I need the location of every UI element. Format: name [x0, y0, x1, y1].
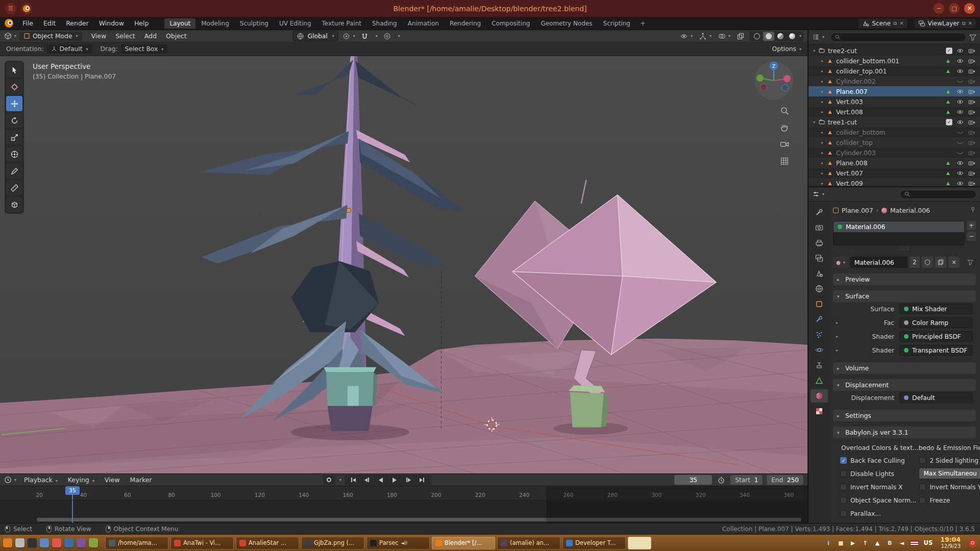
outliner-row-cylinder-003[interactable]: ▸▲Cylinder.003 — [808, 147, 980, 158]
new-scene-icon[interactable]: ⧉ — [893, 20, 897, 27]
disclosure-icon[interactable]: ▸ — [819, 59, 826, 63]
physics-tab[interactable] — [811, 343, 828, 357]
menu-window[interactable]: Window — [94, 18, 129, 28]
modifiers-tab[interactable] — [811, 313, 828, 326]
bluetooth-icon[interactable]: B — [886, 540, 894, 546]
material-name-field[interactable]: Material.006 — [850, 257, 908, 268]
camera-icon[interactable] — [967, 48, 976, 54]
material-tab[interactable] — [811, 389, 828, 403]
eye-icon[interactable] — [955, 99, 964, 105]
show-desktop-icon[interactable] — [15, 538, 24, 547]
workspace-tab-animation[interactable]: Animation — [403, 18, 444, 29]
menu-edit[interactable]: Edit — [39, 18, 60, 28]
new-material-icon[interactable] — [935, 257, 946, 268]
output-tab[interactable] — [811, 236, 828, 249]
taskbar-window-home-ama[interactable]: /home/ama... — [105, 537, 168, 549]
modifier-icon[interactable]: ▲ — [944, 68, 952, 73]
scene-tab[interactable] — [811, 267, 828, 280]
blender-logo-icon[interactable] — [4, 18, 14, 28]
transform-orientation-dropdown[interactable]: Global▾ — [293, 31, 338, 41]
fac-value[interactable]: Color Ramp — [899, 317, 973, 328]
exclude-checkbox[interactable]: ✓ — [946, 119, 952, 126]
play-reverse-button[interactable] — [375, 475, 387, 485]
current-frame-field[interactable]: 35 — [674, 475, 712, 485]
modifier-icon[interactable]: ▲ — [944, 99, 952, 104]
modifier-icon[interactable]: ▲ — [944, 58, 952, 63]
tool-tab[interactable] — [811, 206, 828, 219]
expand-icon[interactable]: ▸ — [833, 334, 841, 339]
proportional-falloff-dropdown[interactable]: ▾ — [396, 33, 402, 39]
workspace-tab-sculpting[interactable]: Sculpting — [235, 18, 274, 29]
shading-wireframe-button[interactable] — [751, 32, 763, 41]
taskbar-window-anatwi-vi[interactable]: AnaTwi - Vi... — [170, 537, 234, 549]
outliner-row-collider-top-001[interactable]: ▸▲collider_top.001▲ — [808, 66, 980, 76]
outliner-row-cylinder-002[interactable]: ▸▲Cylinder.002 — [808, 76, 980, 86]
annotate-tool[interactable] — [6, 163, 22, 179]
add-cube-tool[interactable] — [6, 197, 22, 212]
outliner-row-collider-top[interactable]: ▸▲collider_top — [808, 137, 980, 147]
camera-icon[interactable] — [967, 170, 976, 176]
search-input[interactable] — [843, 34, 962, 41]
particles-tab[interactable] — [811, 328, 828, 341]
updates-icon[interactable]: ↑ — [861, 540, 870, 546]
window-menu-icon[interactable]: ☰ — [5, 3, 16, 14]
workspace-tab-modeling[interactable]: Modeling — [196, 18, 234, 29]
eye-icon[interactable] — [955, 109, 964, 115]
invert-normals-y-checkbox[interactable]: Invert Normals Y — [919, 482, 980, 492]
jump-to-end-button[interactable] — [416, 475, 429, 485]
eye-icon[interactable] — [955, 48, 964, 54]
transform-tool[interactable] — [6, 146, 22, 162]
mail-client-icon[interactable] — [64, 538, 74, 547]
outliner-row-plane-007[interactable]: ▸▲Plane.007▲ — [808, 86, 980, 96]
orthographic-grid-icon[interactable] — [779, 156, 790, 167]
invert-normals-x-checkbox[interactable]: Invert Normals X — [840, 482, 916, 492]
disclosure-icon[interactable]: ▸ — [819, 110, 826, 114]
camera-icon[interactable] — [967, 181, 976, 186]
taskbar-window-blank[interactable] — [628, 537, 651, 549]
back-face-culling-checkbox[interactable]: ✓Back Face Culling — [840, 455, 916, 466]
disclosure-icon[interactable]: ▸ — [819, 151, 826, 155]
eye-icon[interactable] — [955, 160, 964, 166]
outliner-row-vert-003[interactable]: ▸▲Vert.003▲ — [808, 96, 980, 107]
taskbar-window-gjbza-png[interactable]: GjbZa.png (... — [301, 537, 364, 549]
unlink-material-icon[interactable]: ✕ — [948, 257, 960, 268]
clipboard-icon[interactable]: ■ — [837, 540, 845, 546]
taskbar-window-blender[interactable]: Blender* [/... — [432, 537, 495, 549]
section-settings[interactable]: ▸Settings — [833, 410, 976, 421]
file-manager-icon[interactable] — [40, 538, 49, 547]
outliner-row-vert-008[interactable]: ▸▲Vert.008▲ — [808, 107, 980, 117]
overlays-dropdown[interactable]: ▾ — [717, 32, 732, 40]
camera-icon[interactable] — [967, 99, 976, 105]
breadcrumb-material[interactable]: Material.006 — [890, 207, 930, 214]
fake-user-icon[interactable] — [922, 257, 933, 268]
modifier-icon[interactable]: ▲ — [944, 160, 952, 165]
two-sided-lighting-checkbox[interactable]: 2 Sided lighting — [919, 455, 980, 466]
disclosure-icon[interactable]: ▸ — [819, 89, 826, 94]
viewport-menu-add[interactable]: Add — [140, 32, 161, 40]
snap-dropdown[interactable]: ▾ — [373, 33, 379, 39]
freeze-checkbox[interactable]: Freeze — [919, 495, 980, 506]
viewport-menu-view[interactable]: View — [87, 32, 111, 40]
workspace-tab-rendering[interactable]: Rendering — [445, 18, 486, 29]
auto-keying-button[interactable] — [323, 475, 335, 485]
power-icon[interactable]: ⏻ — [968, 539, 977, 547]
remove-slot-button[interactable]: − — [967, 232, 976, 241]
displacement-value[interactable]: Default — [899, 392, 973, 403]
filter-icon[interactable] — [969, 34, 976, 41]
camera-icon[interactable] — [967, 150, 976, 156]
visibility-dropdown[interactable]: ▾ — [679, 32, 694, 40]
keyboard-layout-label[interactable]: US — [924, 539, 933, 546]
disclosure-icon[interactable]: ▾ — [811, 48, 818, 53]
timeline-ruler[interactable]: 2040608010012014016018020022024026028030… — [0, 486, 807, 500]
taskbar-window-parsec[interactable]: Parsec◄)) — [366, 537, 430, 549]
keyboard-flag-icon[interactable] — [910, 540, 919, 546]
web-browser-icon[interactable] — [52, 538, 61, 547]
camera-icon[interactable] — [967, 89, 976, 94]
properties-editor-icon[interactable]: ▾ — [812, 190, 824, 198]
pivot-point-dropdown[interactable]: ▾ — [341, 32, 357, 40]
taskbar-window-analiestar[interactable]: AnalieStar ... — [236, 537, 299, 549]
camera-view-icon[interactable] — [779, 139, 790, 150]
shading-material-button[interactable] — [775, 32, 786, 41]
parallax-checkbox[interactable]: Parallax... — [840, 508, 916, 519]
section-babylon[interactable]: ▾Babylon.js ver 3.3.1 — [833, 427, 976, 438]
